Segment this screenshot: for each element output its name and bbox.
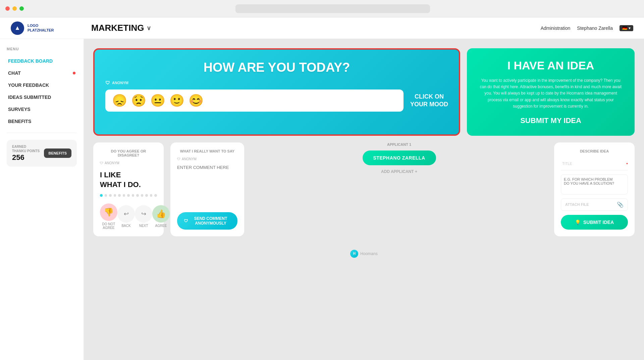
menu-label: MENU — [7, 47, 77, 51]
maximize-button[interactable] — [19, 6, 24, 11]
notification-dot — [73, 72, 75, 74]
mood-emoji-1[interactable]: 😞 — [112, 94, 127, 108]
earned-points-value: 256 — [12, 153, 40, 162]
agree-text-content: I LIKEWHAT I DO. — [100, 170, 157, 190]
page-title[interactable]: MARKETING ∨ — [91, 23, 151, 33]
dot-8[interactable] — [132, 194, 135, 197]
title-bar — [0, 0, 644, 17]
applicant-section: APPLICANT 1 STEPHANO ZARELLA ADD APPLICA… — [251, 142, 547, 236]
mood-emoji-4[interactable]: 🙂 — [169, 94, 184, 108]
mood-emojis-container: 😞 😟 😐 🙂 😊 — [105, 89, 404, 112]
chevron-down-icon: ∨ — [147, 24, 151, 32]
dot-13[interactable] — [154, 194, 157, 197]
top-row: HOW ARE YOU TODAY? 🛡 ANONYM 😞 😟 😐 🙂 😊 CL… — [93, 48, 635, 136]
mood-emojis-row: 😞 😟 😐 🙂 😊 CLICK ONYOUR MOOD — [105, 89, 448, 112]
brand-name: Hoomans — [360, 251, 377, 256]
mood-card: HOW ARE YOU TODAY? 🛡 ANONYM 😞 😟 😐 🙂 😊 CL… — [93, 48, 460, 136]
dot-12[interactable] — [150, 194, 153, 197]
mood-emoji-5[interactable]: 😊 — [189, 94, 204, 108]
shield-icon-comment: 🛡 — [177, 157, 180, 161]
submit-idea-button[interactable]: 💡 SUBMIT IDEA — [561, 215, 628, 230]
sidebar-item-benefits[interactable]: BENEFITS — [7, 115, 77, 127]
paperclip-icon: 📎 — [617, 201, 624, 208]
sidebar-item-surveys[interactable]: SURVEYS — [7, 103, 77, 115]
dot-11[interactable] — [145, 194, 148, 197]
mood-click-text: CLICK ONYOUR MOOD — [410, 93, 448, 109]
next-icon: ↪ — [135, 205, 152, 223]
dot-9[interactable] — [136, 194, 139, 197]
applicant-header: APPLICANT 1 — [387, 142, 411, 146]
admin-link[interactable]: Administration — [541, 25, 571, 31]
benefits-button[interactable]: BENEFITS — [44, 148, 71, 158]
dot-2[interactable] — [105, 194, 107, 197]
comment-card-header: WHAT I REALLY WANT TO SAY — [177, 149, 237, 153]
sidebar-item-feedback-board[interactable]: FEEDBACK BOARD — [7, 55, 77, 67]
dot-1[interactable] — [100, 194, 103, 197]
dot-7[interactable] — [127, 194, 130, 197]
dot-3[interactable] — [109, 194, 112, 197]
anonym-badge: 🛡 ANONYM — [105, 80, 448, 85]
earned-label: EARNED THANKU POINTS — [12, 144, 40, 153]
carousel-dots — [100, 194, 157, 197]
comment-card: WHAT I REALLY WANT TO SAY 🛡 ANONYM 🛡 SEN… — [170, 142, 244, 236]
earned-section: EARNED THANKU POINTS 256 BENEFITS — [7, 140, 77, 167]
idea-description: You want to actively participate in the … — [478, 77, 624, 110]
comment-input[interactable] — [177, 165, 237, 208]
mood-title: HOW ARE YOU TODAY? — [105, 60, 448, 75]
required-dot: • — [626, 161, 628, 166]
lightbulb-icon: 💡 — [575, 220, 581, 225]
sidebar-divider — [7, 133, 77, 133]
applicant-name-button[interactable]: STEPHANO ZARELLA — [363, 151, 436, 165]
comment-anonym-badge: 🛡 ANONYM — [177, 157, 237, 161]
add-applicant-link[interactable]: ADD APPLICANT + — [381, 169, 417, 174]
minimize-button[interactable] — [12, 6, 17, 11]
agree-button[interactable]: 👍 AGREE — [152, 205, 170, 228]
describe-idea-card: DESCRIBE IDEA • ATTACH FILE 📎 💡 SUBMIT I… — [554, 142, 635, 236]
header-right: Administration Stephano Zarella 🇩🇪 ▾ — [541, 25, 633, 31]
shield-icon-btn: 🛡 — [184, 219, 188, 223]
idea-card[interactable]: I HAVE AN IDEA You want to actively part… — [467, 48, 635, 136]
dot-4[interactable] — [114, 194, 116, 197]
user-name: Stephano Zarella — [577, 25, 613, 31]
logo-area: ▲ LOGO PLATZHALTER — [11, 21, 91, 35]
shield-icon: 🛡 — [105, 80, 110, 85]
sidebar-item-your-feedback[interactable]: YOUR FEEDBACK — [7, 79, 77, 91]
close-button[interactable] — [5, 6, 10, 11]
logo-text: LOGO PLATZHALTER — [28, 23, 54, 32]
dot-10[interactable] — [141, 194, 144, 197]
url-bar[interactable] — [235, 4, 430, 13]
sidebar-item-chat[interactable]: CHAT — [7, 67, 77, 79]
footer: H Hoomans — [93, 243, 635, 264]
agree-anonym-badge: 🛡 ANONYM — [100, 161, 157, 165]
thumbs-up-icon: 👍 — [152, 205, 170, 223]
attach-file-row[interactable]: ATTACH FILE 📎 — [561, 198, 628, 211]
actions-row: 👎 DO NOT AGREE ↩ BACK ↪ NEXT 👍 AGREE — [100, 203, 157, 230]
mood-emoji-2[interactable]: 😟 — [131, 94, 146, 108]
mood-emoji-3[interactable]: 😐 — [150, 94, 165, 108]
send-anonymous-button[interactable]: 🛡 SEND COMMENT ANONYMOUSLY — [177, 212, 237, 230]
sidebar: MENU FEEDBACK BOARD CHAT YOUR FEEDBACK I… — [0, 39, 84, 360]
main-content: HOW ARE YOU TODAY? 🛡 ANONYM 😞 😟 😐 🙂 😊 CL… — [84, 39, 644, 360]
back-icon: ↩ — [117, 205, 135, 223]
dot-5[interactable] — [118, 194, 121, 197]
describe-header: DESCRIBE IDEA — [561, 149, 628, 153]
submit-idea-link[interactable]: SUBMIT MY IDEA — [520, 116, 581, 125]
back-button[interactable]: ↩ BACK — [117, 205, 135, 228]
main-layout: MENU FEEDBACK BOARD CHAT YOUR FEEDBACK I… — [0, 39, 644, 360]
bottom-row: DO YOU AGREE OR DISAGREE? 🛡 ANONYM I LIK… — [93, 142, 635, 236]
idea-title: I HAVE AN IDEA — [507, 59, 594, 72]
idea-title-input[interactable] — [561, 159, 626, 169]
next-button[interactable]: ↪ NEXT — [135, 205, 152, 228]
attach-label: ATTACH FILE — [565, 202, 589, 206]
agree-card: DO YOU AGREE OR DISAGREE? 🛡 ANONYM I LIK… — [93, 142, 164, 236]
do-not-agree-button[interactable]: 👎 DO NOT AGREE — [100, 203, 117, 230]
thumbs-down-icon: 👎 — [100, 203, 117, 221]
logo-icon: ▲ — [11, 21, 24, 35]
agree-card-header: DO YOU AGREE OR DISAGREE? — [100, 149, 157, 157]
dot-6[interactable] — [123, 194, 125, 197]
language-selector[interactable]: 🇩🇪 ▾ — [620, 25, 633, 31]
hoomans-logo: H — [350, 250, 358, 258]
sidebar-item-ideas-submitted[interactable]: IDEAS SUBMITTED — [7, 91, 77, 103]
idea-description-input[interactable] — [561, 174, 628, 194]
app-header: ▲ LOGO PLATZHALTER MARKETING ∨ Administr… — [0, 17, 644, 39]
